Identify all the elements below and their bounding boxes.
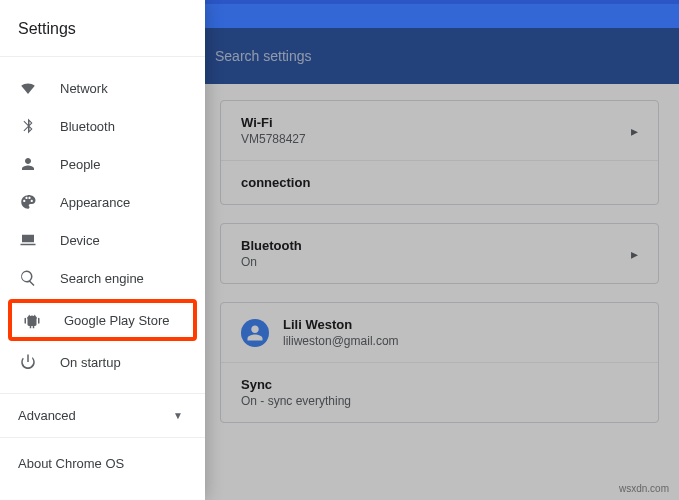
sidebar-item-label: Appearance <box>60 195 130 210</box>
power-icon <box>18 352 38 372</box>
sidebar-item-label: People <box>60 157 100 172</box>
wifi-icon <box>18 78 38 98</box>
sidebar-advanced[interactable]: Advanced ▼ <box>0 393 205 438</box>
sidebar-item-appearance[interactable]: Appearance <box>0 183 205 221</box>
sidebar-item-label: Search engine <box>60 271 144 286</box>
sidebar-item-network[interactable]: Network <box>0 69 205 107</box>
sidebar-item-label: Bluetooth <box>60 119 115 134</box>
chevron-down-icon: ▼ <box>173 410 183 421</box>
sidebar-item-on-startup[interactable]: On startup <box>0 343 205 381</box>
settings-sidebar: Settings Network Bluetooth People Appear… <box>0 0 205 500</box>
sidebar-item-label: On startup <box>60 355 121 370</box>
sidebar-about[interactable]: About Chrome OS <box>0 438 205 489</box>
sidebar-item-label: Google Play Store <box>64 313 170 328</box>
about-label: About Chrome OS <box>18 456 124 471</box>
sidebar-item-search-engine[interactable]: Search engine <box>0 259 205 297</box>
advanced-label: Advanced <box>18 408 76 423</box>
bluetooth-icon <box>18 116 38 136</box>
sidebar-title: Settings <box>0 10 205 57</box>
sidebar-item-label: Device <box>60 233 100 248</box>
sidebar-list: Network Bluetooth People Appearance Devi <box>0 57 205 393</box>
person-icon <box>18 154 38 174</box>
sidebar-item-device[interactable]: Device <box>0 221 205 259</box>
search-icon <box>18 268 38 288</box>
palette-icon <box>18 192 38 212</box>
watermark: wsxdn.com <box>619 483 669 494</box>
laptop-icon <box>18 230 38 250</box>
android-icon <box>22 310 42 330</box>
sidebar-item-google-play-store[interactable]: Google Play Store <box>8 299 197 341</box>
sidebar-item-bluetooth[interactable]: Bluetooth <box>0 107 205 145</box>
sidebar-item-label: Network <box>60 81 108 96</box>
sidebar-item-people[interactable]: People <box>0 145 205 183</box>
